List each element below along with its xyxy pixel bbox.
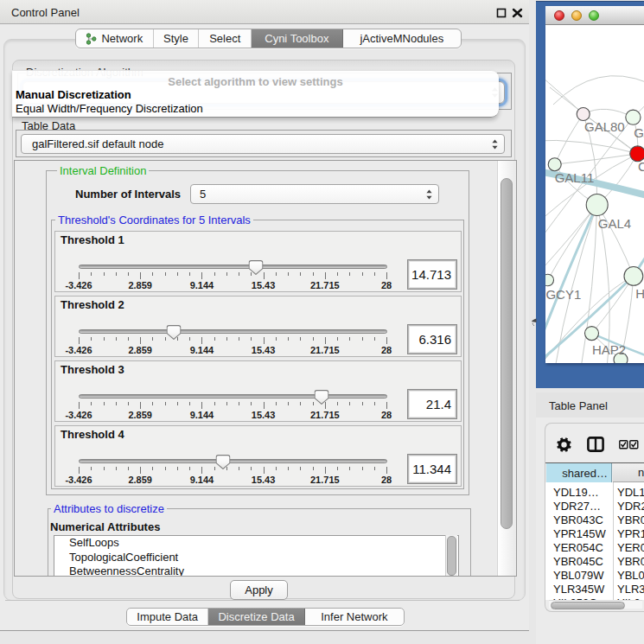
- svg-text:C: C: [638, 159, 644, 174]
- svg-text:GAL80: GAL80: [584, 119, 625, 134]
- svg-text:HAP2: HAP2: [592, 342, 626, 357]
- svg-text:GA: GA: [634, 125, 644, 140]
- svg-text:GAL4: GAL4: [598, 216, 631, 231]
- svg-text:GCY1: GCY1: [545, 287, 581, 302]
- svg-text:H: H: [635, 286, 644, 301]
- svg-text:GAL11: GAL11: [555, 170, 595, 185]
